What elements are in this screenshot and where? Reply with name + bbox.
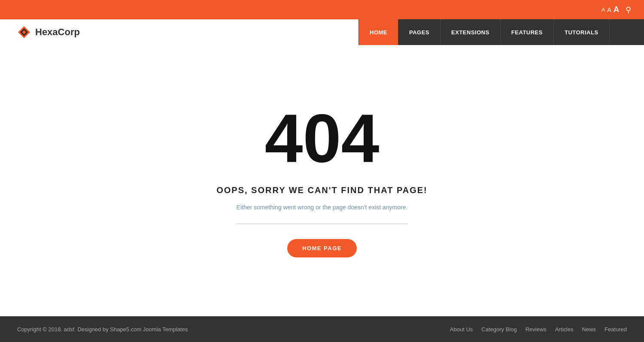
footer-link-about[interactable]: About Us [450,326,473,333]
nav-item-extensions[interactable]: EXTENSIONS [440,19,501,45]
footer: Copyright © 2018. adsf. Designed by Shap… [0,316,644,342]
logo-icon [17,25,31,39]
footer-links: About Us Category Blog Reviews Articles … [450,326,627,333]
main-content: 404 OOPS, SORRY WE CAN'T FIND THAT PAGE!… [0,45,644,316]
logo-area: HexaCorp [0,19,358,45]
divider [236,224,408,224]
top-bar: A A A ⚲ [0,0,644,19]
search-icon[interactable]: ⚲ [626,5,631,15]
error-subtitle: Either something went wrong or the page … [237,204,408,211]
font-medium-button[interactable]: A [607,6,611,13]
error-title: OOPS, SORRY WE CAN'T FIND THAT PAGE! [216,185,428,195]
footer-link-reviews[interactable]: Reviews [526,326,547,333]
nav-item-pages[interactable]: PAGES [398,19,440,45]
font-size-controls: A A A [601,5,619,14]
error-code: 404 [265,104,380,173]
main-nav: HOME PAGES EXTENSIONS FEATURES TUTORIALS [358,19,644,45]
footer-link-category-blog[interactable]: Category Blog [481,326,516,333]
nav-item-features[interactable]: FEATURES [501,19,554,45]
home-page-button[interactable]: HOME PAGE [287,239,357,257]
font-large-button[interactable]: A [614,5,619,14]
footer-link-featured[interactable]: Featured [605,326,627,333]
footer-copyright: Copyright © 2018. adsf. Designed by Shap… [17,326,188,333]
font-small-button[interactable]: A [601,7,605,13]
nav-item-home[interactable]: HOME [358,19,398,45]
footer-link-news[interactable]: News [582,326,596,333]
header: HexaCorp HOME PAGES EXTENSIONS FEATURES … [0,19,644,45]
nav-item-tutorials[interactable]: TUTORIALS [554,19,610,45]
logo-text: HexaCorp [35,27,80,38]
footer-link-articles[interactable]: Articles [555,326,574,333]
